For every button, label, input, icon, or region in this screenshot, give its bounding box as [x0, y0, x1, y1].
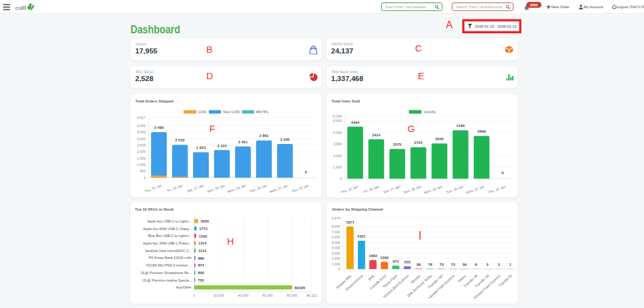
- svg-text:500: 500: [140, 169, 145, 173]
- svg-text:Mon, 19 Jan: Mon, 19 Jan: [227, 184, 247, 194]
- svg-text:2725: 2725: [414, 141, 423, 145]
- svg-text:5,000: 5,000: [331, 241, 340, 245]
- svg-text:80,000: 80,000: [287, 294, 297, 297]
- svg-text:720: 720: [197, 278, 204, 282]
- svg-text:0: 0: [193, 294, 195, 297]
- svg-text:Thu, 22 Jan: Thu, 22 Jan: [291, 184, 309, 194]
- svg-text:0: 0: [305, 170, 308, 174]
- svg-text:co: co: [15, 5, 22, 11]
- svg-text:59: 59: [462, 263, 467, 267]
- svg-text:MKTPL: MKTPL: [256, 110, 269, 114]
- svg-text:2,000: 2,000: [331, 256, 340, 260]
- svg-text:4,000: 4,000: [331, 246, 340, 250]
- svg-text:1154: 1154: [198, 241, 207, 245]
- svg-text:ěuŋ/Other: ěuŋ/Other: [176, 285, 192, 289]
- svg-text:DHL: DHL: [367, 273, 375, 281]
- svg-text:889: 889: [198, 256, 205, 260]
- svg-text:2 861: 2 861: [259, 134, 269, 138]
- svg-text:2,000: 2,000: [333, 154, 342, 158]
- svg-text:3030: 3030: [201, 219, 209, 223]
- svg-text:Top 10 SKUs in Stock: Top 10 SKUs in Stock: [135, 207, 174, 211]
- svg-text:3,000: 3,000: [331, 251, 340, 255]
- svg-text:Tue, 20 Jan: Tue, 20 Jan: [249, 184, 267, 194]
- svg-text:Fri, 16 Jan: Fri, 16 Jan: [363, 185, 379, 194]
- svg-text:Orders by Shipping Channel: Orders by Shipping Channel: [332, 207, 383, 211]
- svg-text:8,000: 8,000: [331, 224, 340, 228]
- svg-text:20,000: 20,000: [213, 294, 224, 297]
- svg-text:7,000: 7,000: [331, 230, 340, 234]
- svg-text:5: 5: [486, 263, 489, 267]
- svg-text:1,000: 1,000: [333, 165, 342, 169]
- svg-text:874: 874: [198, 263, 205, 267]
- svg-text:60,000: 60,000: [262, 294, 273, 297]
- svg-text:75: 75: [440, 263, 444, 267]
- svg-text:800: 800: [198, 271, 205, 275]
- svg-text:COD: COD: [198, 110, 207, 114]
- svg-text:1114: 1114: [198, 249, 206, 253]
- svg-text:Sat, 17 Jan: Sat, 17 Jan: [383, 185, 401, 194]
- svg-text:Total Units Sold: Total Units Sold: [331, 99, 360, 103]
- svg-text:3040: 3040: [435, 137, 444, 141]
- svg-text:Apple Acc 60W USB-C Charg...: Apple Acc 60W USB-C Charg...: [143, 227, 192, 231]
- svg-text:Blue Box USB-C to Lightni...: Blue Box USB-C to Lightni...: [148, 234, 192, 238]
- svg-text:5,000: 5,000: [333, 119, 342, 123]
- svg-text:4,627: 4,627: [137, 116, 146, 119]
- svg-text:Thu, 15 Jan: Thu, 15 Jan: [144, 184, 162, 194]
- svg-text:1530: 1530: [199, 234, 208, 238]
- svg-text:4,000: 4,000: [137, 124, 146, 128]
- svg-text:1 953: 1 953: [196, 146, 206, 150]
- svg-text:Makro: Makro: [457, 273, 467, 283]
- svg-text:Apple Acc 20W USB-C Power...: Apple Acc 20W USB-C Power...: [143, 241, 192, 245]
- svg-text:OL@ Premium realme Specia...: OL@ Premium realme Specia...: [143, 278, 192, 282]
- svg-text:0: 0: [502, 171, 504, 175]
- svg-text:1683: 1683: [369, 254, 377, 258]
- svg-text:1,000: 1,000: [137, 163, 146, 167]
- svg-text:1,000: 1,000: [331, 262, 340, 266]
- svg-text:3,000: 3,000: [137, 137, 146, 141]
- svg-text:2,500: 2,500: [137, 143, 146, 147]
- svg-text:4494: 4494: [351, 121, 360, 124]
- svg-text:OL@ Premium Smartphone Re...: OL@ Premium Smartphone Re...: [140, 271, 192, 275]
- svg-text:PS Power Bank 10000 mAh: PS Power Bank 10000 mAh: [148, 256, 191, 260]
- svg-text:3414: 3414: [372, 133, 381, 137]
- svg-text:Total Orders Shipped: Total Orders Shipped: [135, 99, 174, 103]
- svg-text:2,000: 2,000: [137, 150, 146, 153]
- svg-text:40,000: 40,000: [238, 294, 248, 297]
- svg-text:Apple Acc USB-C to Lightn...: Apple Acc USB-C to Lightn...: [147, 219, 192, 223]
- svg-text:72: 72: [451, 263, 455, 267]
- svg-text:1773: 1773: [199, 227, 208, 231]
- svg-text:7977: 7977: [346, 221, 355, 224]
- svg-text:Fri, 16 Jan: Fri, 16 Jan: [167, 184, 183, 193]
- svg-text:Thu, 15 Jan: Thu, 15 Jan: [340, 185, 358, 195]
- svg-text:SanDisk Ultra microSDXC C...: SanDisk Ultra microSDXC C...: [145, 249, 192, 253]
- svg-text:2 124: 2 124: [217, 144, 227, 148]
- svg-text:5321: 5321: [357, 234, 366, 238]
- svg-text:Mon, 19 Jan: Mon, 19 Jan: [424, 185, 443, 195]
- svg-text:YOUMI Mini PM2.5 monitor ...: YOUMI Mini PM2.5 monitor ...: [145, 263, 192, 267]
- svg-text:3,000: 3,000: [333, 142, 342, 146]
- svg-text:3: 3: [498, 263, 501, 267]
- svg-text:1: 1: [509, 263, 512, 267]
- svg-text:Sat, 17 Jan: Sat, 17 Jan: [187, 184, 204, 193]
- svg-text:Sun, 18 Jan: Sun, 18 Jan: [403, 185, 422, 195]
- svg-text:9,573: 9,573: [331, 216, 340, 220]
- svg-text:8: 8: [475, 263, 477, 267]
- svg-text:671: 671: [392, 260, 399, 263]
- svg-text:Tue, 20 Jan: Tue, 20 Jan: [445, 185, 464, 195]
- svg-text:1,500: 1,500: [137, 157, 146, 160]
- svg-text:Unit(S): Unit(S): [424, 110, 436, 114]
- svg-text:89: 89: [416, 263, 421, 267]
- svg-text:6,000: 6,000: [331, 235, 340, 239]
- svg-text:1360: 1360: [380, 256, 389, 260]
- svg-text:555: 555: [404, 260, 411, 264]
- svg-text:4190: 4190: [457, 124, 465, 128]
- svg-text:4,000: 4,000: [333, 131, 342, 135]
- svg-text:2 522: 2 522: [175, 138, 186, 142]
- svg-text:0: 0: [143, 176, 145, 180]
- svg-text:2575: 2575: [393, 143, 402, 146]
- svg-text:0: 0: [340, 177, 341, 180]
- svg-text:Wed, 21 Jan: Wed, 21 Jan: [465, 185, 485, 195]
- svg-text:Sun, 18 Jan: Sun, 18 Jan: [207, 184, 226, 194]
- svg-text:Thu, 22 Jan: Thu, 22 Jan: [487, 185, 506, 195]
- svg-text:3699: 3699: [477, 129, 486, 133]
